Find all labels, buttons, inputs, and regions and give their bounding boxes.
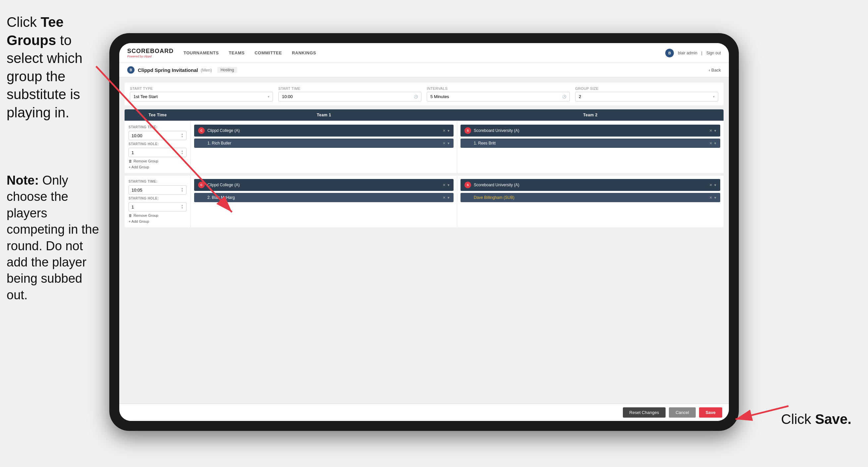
group-size-group: Group Size 2 ▾ (575, 87, 718, 101)
group-2-add-btn[interactable]: + Add Group (128, 220, 187, 224)
subheader: B Clippd Spring Invitational (Men) Hosti… (119, 63, 729, 77)
group-1-team2-controls: ✕ ▾ (709, 128, 716, 133)
group-2-team2-badge: S (464, 182, 471, 188)
instruction-text-prefix: Click (7, 14, 41, 30)
group-1-remove-btn[interactable]: 🗑 Remove Group (128, 159, 187, 163)
nav-separator: | (701, 51, 702, 55)
player1-close-icon[interactable]: ✕ (443, 141, 445, 146)
content-area: Start Type 1st Tee Start ▾ Start Time 10… (119, 77, 729, 404)
player2-expand-icon[interactable]: ▾ (714, 141, 716, 146)
user-name: blair admin (678, 51, 698, 55)
group-2-team1-player-1: 2. Blair McHarg ✕ ▾ (194, 193, 454, 202)
player2-close-icon[interactable]: ✕ (709, 141, 712, 146)
intervals-input[interactable]: 5 Minutes 🕐 (427, 92, 570, 101)
group-2-team1-controls: ✕ ▾ (443, 183, 450, 187)
group-1-team2-player-1: 1. Rees Britt ✕ ▾ (461, 139, 720, 148)
subheader-badge: B (127, 66, 134, 74)
table-header: Tee Time Team 1 Team 2 (125, 109, 723, 121)
group-2-left-controls: STARTING TIME: 10:05 ▲▼ STARTING HOLE: 1… (125, 176, 191, 227)
team2-close-icon[interactable]: ✕ (709, 128, 712, 133)
nav-links: TOURNAMENTS TEAMS COMMITTEE RANKINGS (184, 50, 665, 55)
tournament-sub: (Men) (201, 68, 212, 72)
save-button[interactable]: Save (699, 407, 722, 418)
group-2-team1-badge: C (198, 182, 205, 188)
group-1-team2-name: Scoreboard University (A) (474, 128, 707, 133)
tablet-screen: SCOREBOARD Powered by clippd TOURNAMENTS… (119, 43, 729, 421)
group-2-team1-player-1-name: 2. Blair McHarg (198, 195, 443, 200)
group-2-starting-hole-input[interactable]: 1 ▲▼ (128, 202, 187, 211)
nav-teams[interactable]: TEAMS (228, 50, 245, 55)
group-size-label: Group Size (575, 87, 718, 90)
th-tee-time: Tee Time (125, 109, 191, 121)
group-2-team2-player-1-controls: ✕ ▾ (709, 196, 716, 200)
nav-right: B blair admin | Sign out (665, 49, 721, 57)
group-1-team1-badge: C (198, 127, 205, 134)
group-2-team1-column: C Clippd College (A) ✕ ▾ 2. Blair McHarg… (191, 176, 457, 227)
group-1-team1-card[interactable]: C Clippd College (A) ✕ ▾ (194, 125, 454, 137)
nav-committee[interactable]: COMMITTEE (254, 50, 282, 55)
player1-expand-icon[interactable]: ▾ (447, 141, 450, 146)
footer: Reset Changes Cancel Save (119, 404, 729, 421)
group-size-input[interactable]: 2 ▾ (575, 92, 718, 101)
nav-rankings[interactable]: RANKINGS (292, 50, 316, 55)
user-avatar: B (665, 49, 674, 57)
g2-team1-close-icon[interactable]: ✕ (443, 183, 445, 187)
g2-team2-close-icon[interactable]: ✕ (709, 183, 712, 187)
group-1: STARTING TIME: 10:00 ▲▼ STARTING HOLE: 1… (125, 121, 723, 173)
cancel-button[interactable]: Cancel (669, 407, 695, 418)
g2-team1-expand-icon[interactable]: ▾ (447, 183, 450, 187)
reset-changes-button[interactable]: Reset Changes (623, 407, 666, 418)
group-2-team2-player-1: Dave Billingham (SUB) ✕ ▾ (461, 193, 720, 202)
group-1-starting-time-input[interactable]: 10:00 ▲▼ (128, 131, 187, 140)
start-type-input[interactable]: 1st Tee Start ▾ (130, 92, 273, 101)
logo-powered: Powered by clippd (127, 55, 174, 58)
group-2-team1-name: Clippd College (A) (207, 183, 440, 187)
start-time-input[interactable]: 10:00 🕐 (278, 92, 422, 101)
tournament-name: Clippd Spring Invitational (138, 67, 198, 73)
click-save-bold: Save. (815, 411, 851, 427)
intervals-group: Intervals 5 Minutes 🕐 (427, 87, 570, 101)
g2-p1-expand-icon[interactable]: ▾ (447, 196, 450, 200)
group-1-team1-player-1-controls: ✕ ▾ (443, 141, 450, 146)
note-label: Note: (7, 173, 42, 187)
group-2-team2-player-1-name: Dave Billingham (SUB) (464, 195, 709, 200)
navbar: SCOREBOARD Powered by clippd TOURNAMENTS… (119, 43, 729, 63)
g2-p2-expand-icon[interactable]: ▾ (714, 196, 716, 200)
hosting-badge: Hosting (217, 67, 238, 73)
g2-p1-close-icon[interactable]: ✕ (443, 196, 445, 200)
note-content: Only choose the players competing in the… (7, 173, 99, 302)
start-type-group: Start Type 1st Tee Start ▾ (130, 87, 273, 101)
group-2-team2-name: Scoreboard University (A) (474, 183, 707, 187)
logo-area: SCOREBOARD Powered by clippd (127, 48, 174, 58)
group-2-team2-controls: ✕ ▾ (709, 183, 716, 187)
team1-close-icon[interactable]: ✕ (443, 128, 445, 133)
group-1-team2-column: S Scoreboard University (A) ✕ ▾ 1. Rees … (457, 121, 723, 173)
th-team2: Team 2 (457, 109, 723, 121)
intervals-label: Intervals (427, 87, 570, 90)
logo-scoreboard: SCOREBOARD (127, 48, 174, 55)
group-1-left-controls: STARTING TIME: 10:00 ▲▼ STARTING HOLE: 1… (125, 121, 191, 173)
save-button-arrow (736, 406, 788, 419)
sign-out-link[interactable]: Sign out (706, 51, 721, 55)
g2-p2-close-icon[interactable]: ✕ (709, 196, 712, 200)
group-2-remove-btn[interactable]: 🗑 Remove Group (128, 213, 187, 217)
team2-expand-icon[interactable]: ▾ (714, 128, 716, 133)
group-1-starting-hole-input[interactable]: 1 ▲▼ (128, 148, 187, 157)
settings-row: Start Type 1st Tee Start ▾ Start Time 10… (125, 83, 723, 106)
group-1-team2-card[interactable]: S Scoreboard University (A) ✕ ▾ (461, 125, 720, 137)
start-type-label: Start Type (130, 87, 273, 90)
back-link[interactable]: Back (709, 68, 721, 72)
group-1-add-btn[interactable]: + Add Group (128, 165, 187, 169)
g2-team2-expand-icon[interactable]: ▾ (714, 183, 716, 187)
th-team1: Team 1 (191, 109, 457, 121)
click-save-prefix: Click (781, 411, 815, 427)
group-2-starting-time-input[interactable]: 10:05 ▲▼ (128, 185, 187, 195)
group-2-team2-card[interactable]: S Scoreboard University (A) ✕ ▾ (461, 179, 720, 191)
group-2-team1-card[interactable]: C Clippd College (A) ✕ ▾ (194, 179, 454, 191)
group-1-team1-player-1-name: 1. Rich Butler (198, 141, 443, 146)
group-1-team1-name: Clippd College (A) (207, 128, 440, 133)
group-1-team2-badge: S (464, 127, 471, 134)
team1-expand-icon[interactable]: ▾ (447, 128, 450, 133)
group-2-starting-hole-label: STARTING HOLE: (128, 197, 187, 200)
nav-tournaments[interactable]: TOURNAMENTS (184, 50, 219, 55)
